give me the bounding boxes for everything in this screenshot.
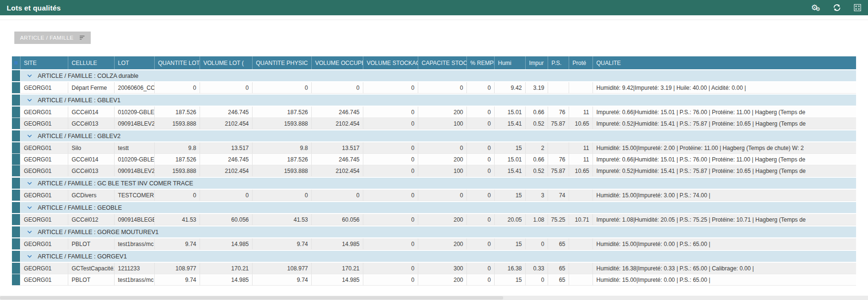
column-header-quantite-lot[interactable]: QUANTITE LOT xyxy=(155,56,200,69)
table-row[interactable]: GEORG01PBLOTtest1brass/mc9.7414.9859.741… xyxy=(12,238,856,250)
cell-qualite: Impureté: 0.52|Humidité: 15.41 | P.S.: 7… xyxy=(593,118,856,129)
cell-lot: 1211233 xyxy=(115,263,155,274)
column-header-cellule[interactable]: CELLULE xyxy=(68,56,115,69)
column-header-volume-stockage[interactable]: VOLUME STOCKAGE xyxy=(363,56,418,69)
cell-humi: 15 xyxy=(495,142,526,153)
cell-volume-occupe: 0 xyxy=(312,190,363,201)
row-indicator xyxy=(12,165,21,176)
table-row[interactable]: GEORG01GCCél013090914BLEV201593.8882102.… xyxy=(12,165,856,177)
lots-et-qualites-widget: Lots et qualités ⚙⚙ A xyxy=(0,0,868,286)
column-header-quantite-physique[interactable]: QUANTITE PHYSIC xyxy=(253,56,312,69)
cell-site: GEORG01 xyxy=(21,190,68,201)
row-indicator xyxy=(12,202,21,213)
cell-pct-rempli: 0 xyxy=(467,82,495,93)
column-header-impur[interactable]: Impur xyxy=(526,56,548,69)
cell-prote xyxy=(569,82,593,93)
table-row[interactable]: GEORG01GCCél014010209-GBLEV187.526246.74… xyxy=(12,154,856,165)
cell-volume-stockage: 0 xyxy=(363,274,418,285)
table-row[interactable]: GEORG01GCCél014010209-GBLEV187.526246.74… xyxy=(12,107,856,118)
group-row[interactable]: ARTICLE / FAMILLE : GBLEV2 xyxy=(12,129,856,142)
cell-qualite: Humidité: 15.00|Impureté: 0.00 | P.S.: 6… xyxy=(593,238,856,249)
cell-prote xyxy=(569,263,593,274)
column-header-qualite[interactable]: QUALITE xyxy=(593,56,856,69)
cell-volume-lot: 2102.454 xyxy=(200,118,253,129)
cell-cellule: Silo xyxy=(68,142,115,153)
cell-qualite: Humidité: 9.42|Impureté: 3.19 | Huile: 4… xyxy=(593,82,856,93)
group-row[interactable]: ARTICLE / FAMILLE : GC BLE TEST INV COME… xyxy=(12,177,856,190)
column-header-site[interactable]: SITE xyxy=(21,56,68,69)
cell-volume-lot: 60.056 xyxy=(200,214,253,225)
cell-cellule: GCCél014 xyxy=(68,107,115,118)
group-label: ARTICLE / FAMILLE : GBLEV1 xyxy=(38,97,120,104)
column-header-capacite-stockage[interactable]: CAPACITE STOCKA xyxy=(418,56,467,69)
chevron-down-icon[interactable] xyxy=(27,255,32,258)
chevron-down-icon[interactable] xyxy=(27,98,32,102)
table-row[interactable]: GEORG01GCCél013090914BLEV201593.8882102.… xyxy=(12,118,856,129)
column-header-humi[interactable]: Humi xyxy=(495,56,526,69)
table-row[interactable]: GEORG01GCTestCapacité11211233108.977170.… xyxy=(12,263,856,274)
table-row[interactable]: GEORG01Départ Ferme20060606_COL00000009.… xyxy=(12,82,856,94)
select-all-cell[interactable] xyxy=(12,56,21,69)
row-indicator xyxy=(12,226,21,237)
cell-volume-stockage: 0 xyxy=(363,154,418,165)
group-row[interactable]: ARTICLE / FAMILLE : COLZA durable xyxy=(12,69,856,82)
cell-volume-occupe: 0 xyxy=(312,82,363,93)
cell-quantite-lot: 9.8 xyxy=(155,142,200,153)
group-label: ARTICLE / FAMILLE : GBLEV2 xyxy=(38,133,120,139)
cell-cellule: GCTestCapacité1 xyxy=(68,263,115,274)
column-header-pct-rempli[interactable]: % REMPLI xyxy=(467,56,495,69)
cell-quantite-physique: 187.526 xyxy=(253,107,312,118)
group-row[interactable]: ARTICLE / FAMILLE : GORGE MOUTUREV1 xyxy=(12,225,856,238)
table-row[interactable]: GEORG01Silotestt9.813.5179.813.517000152… xyxy=(12,142,856,154)
cell-volume-lot: 246.745 xyxy=(200,107,253,118)
scrollbar-thumb[interactable] xyxy=(0,296,503,300)
table-row[interactable]: GEORG01GCDiversTESTCOMER000000015374Humi… xyxy=(12,190,856,201)
table-row[interactable]: GEORG01PBLOTtest1brass/mc9.7414.9859.741… xyxy=(12,274,856,286)
column-header-prote[interactable]: Proté xyxy=(569,56,593,69)
column-header-volume-occupe[interactable]: VOLUME OCCUPE ( xyxy=(312,56,363,69)
column-header-volume-lot[interactable]: VOLUME LOT ( xyxy=(200,56,253,69)
row-indicator xyxy=(12,70,21,81)
horizontal-scrollbar[interactable] xyxy=(0,296,868,300)
cell-volume-occupe: 14.985 xyxy=(312,274,363,285)
cell-lot: test1brass/mc xyxy=(115,238,155,249)
cell-impur: 0.52 xyxy=(526,118,548,129)
row-indicator xyxy=(12,142,21,153)
cell-qualite: Impureté: 0.52|Humidité: 15.41 | P.S.: 7… xyxy=(593,165,856,176)
chevron-down-icon[interactable] xyxy=(27,230,32,234)
cell-ps: 65 xyxy=(548,263,569,274)
cell-volume-lot: 14.985 xyxy=(200,274,253,285)
row-indicator xyxy=(12,251,21,262)
cell-capacite-stockage: 0 xyxy=(418,82,467,93)
cell-impur: 0.33 xyxy=(526,263,548,274)
group-row[interactable]: ARTICLE / FAMILLE : GEOBLE xyxy=(12,201,856,214)
cell-quantite-lot: 1593.888 xyxy=(155,165,200,176)
chevron-down-icon[interactable] xyxy=(27,206,32,209)
cell-volume-lot: 13.517 xyxy=(200,142,253,153)
table-row[interactable]: GEORG01GCCél012090914BLEGE041.5360.05641… xyxy=(12,214,856,225)
column-header-ps[interactable]: P.S. xyxy=(548,56,569,69)
group-row[interactable]: ARTICLE / FAMILLE : GORGEV1 xyxy=(12,250,856,263)
cell-volume-occupe: 2102.454 xyxy=(312,118,363,129)
cell-volume-occupe: 60.056 xyxy=(312,214,363,225)
expand-icon[interactable] xyxy=(854,4,861,11)
group-label: ARTICLE / FAMILLE : GC BLE TEST INV COME… xyxy=(38,180,193,187)
group-chip[interactable]: ARTICLE / FAMILLE xyxy=(14,32,91,44)
group-label: ARTICLE / FAMILLE : GORGE MOUTUREV1 xyxy=(38,229,159,236)
group-row[interactable]: ARTICLE / FAMILLE : GBLEV1 xyxy=(12,94,856,107)
cell-qualite: Impureté: 1.08|Humidité: 20.05 | P.S.: 7… xyxy=(593,214,856,225)
cell-site: GEORG01 xyxy=(21,107,68,118)
cell-capacite-stockage: 200 xyxy=(418,274,467,285)
cell-lot: 090914BLEV20 xyxy=(115,165,155,176)
chevron-down-icon[interactable] xyxy=(27,134,32,138)
column-header-lot[interactable]: LOT xyxy=(115,56,155,69)
cell-capacite-stockage: 0 xyxy=(418,190,467,201)
cell-quantite-lot: 187.526 xyxy=(155,154,200,165)
gears-icon[interactable]: ⚙⚙ xyxy=(811,3,820,12)
cell-impur: 3.19 xyxy=(526,82,548,93)
chevron-down-icon[interactable] xyxy=(27,182,32,185)
cell-humi: 15.41 xyxy=(495,118,526,129)
cell-cellule: GCCél014 xyxy=(68,154,115,165)
refresh-icon[interactable] xyxy=(833,3,841,12)
chevron-down-icon[interactable] xyxy=(27,74,32,77)
